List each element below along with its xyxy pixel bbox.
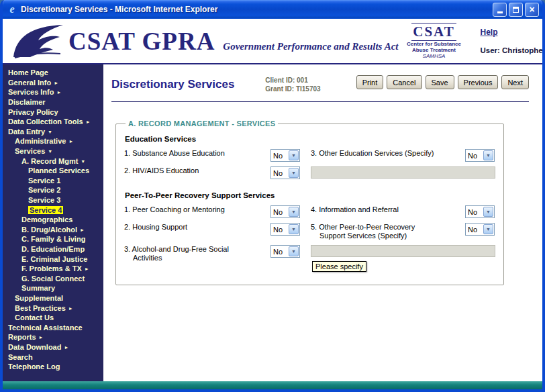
sidebar-item-contact-us[interactable]: Contact Us (3, 313, 103, 323)
sidebar-item-f-problems-tx[interactable]: F. Problems & TX► (3, 264, 103, 274)
sidebar-item-e-criminal-justice[interactable]: E. Criminal Justice (3, 254, 103, 264)
form-row: 2. Housing Support No ▼ 5. Other Peer-to… (124, 223, 495, 240)
browser-window: e Discretionary Services - Microsoft Int… (0, 0, 545, 392)
csat-logo-name: Center for Substance (398, 41, 469, 47)
sidebar-item-disclaimer[interactable]: Disclaimer (3, 97, 103, 107)
information-referral-select[interactable]: No ▼ (465, 205, 495, 218)
hiv-aids-education-label: 2. HIV/AIDS Education (124, 166, 270, 175)
toolbar: Print Cancel Save Previous Next (356, 72, 529, 89)
sidebar-item-label: General Info (8, 79, 51, 87)
chevron-right-icon: ► (80, 228, 85, 232)
maximize-button[interactable] (509, 3, 523, 17)
sidebar-item-best-practices[interactable]: Best Practices► (3, 303, 103, 313)
brand: CSAT GPRA Government Performance and Res… (68, 27, 398, 56)
sidebar-item-label: C. Family & Living (21, 235, 85, 243)
sidebar-item-b-drug-alcohol[interactable]: B. Drug/Alcohol► (3, 225, 103, 235)
sidebar-item-technical-assistance[interactable]: Technical Assistance (3, 322, 103, 332)
sidebar-item-services-info[interactable]: Services Info► (3, 87, 103, 97)
sidebar-item-general-info[interactable]: General Info► (3, 78, 103, 88)
sidebar-item-search[interactable]: Search (3, 352, 103, 362)
sidebar-item-label: E. Criminal Justice (21, 255, 87, 263)
form-row: 1. Substance Abuse Education No ▼ 3. Oth… (124, 149, 495, 162)
sidebar-item-reports[interactable]: Reports► (3, 332, 103, 342)
sidebar-item-data-entry[interactable]: Data Entry▼ (3, 127, 103, 137)
sidebar-item-label: Service 3 (28, 196, 60, 204)
close-button[interactable]: × (525, 3, 539, 17)
user-label: User: Christopher Shumway (480, 46, 545, 54)
sidebar-item-label: F. Problems & TX (21, 264, 82, 273)
substance-abuse-education-select[interactable]: No ▼ (270, 149, 300, 162)
housing-support-select[interactable]: No ▼ (270, 223, 300, 236)
sidebar-item-demographics[interactable]: Demographics (3, 215, 103, 225)
other-peer-specify-area: Please specify (311, 245, 495, 272)
sidebar-item-label: A. Record Mgmt (21, 157, 78, 165)
print-button[interactable]: Print (356, 75, 384, 89)
other-peer-specify-input (311, 245, 495, 257)
internet-explorer-icon: e (6, 3, 18, 15)
app-header: CSAT GPRA Government Performance and Res… (3, 19, 542, 64)
peer-coaching-select[interactable]: No ▼ (270, 205, 300, 218)
status-bar (3, 381, 542, 389)
minimize-button[interactable] (493, 3, 507, 17)
content-row: Home PageGeneral Info►Services Info►Disc… (3, 64, 542, 381)
header-right: Help Logout User: Christopher Shumway (480, 28, 545, 54)
other-education-services-select[interactable]: No ▼ (465, 149, 495, 162)
please-specify-tooltip: Please specify (312, 261, 366, 272)
save-button[interactable]: Save (426, 75, 454, 89)
brand-title: CSAT GPRA (68, 27, 215, 56)
other-peer-recovery-label: 5. Other Peer-to-Peer Recovery Support S… (311, 223, 465, 240)
sidebar-item-label: Search (8, 353, 33, 361)
alcohol-drug-free-social-select[interactable]: No ▼ (270, 245, 300, 258)
chevron-down-icon: ▼ (483, 150, 493, 160)
main-content: Discretionary Services Client ID: 001 Gr… (103, 64, 542, 381)
sidebar-item-administrative[interactable]: Administrative► (3, 136, 103, 146)
titlebar[interactable]: e Discretionary Services - Microsoft Int… (3, 0, 542, 19)
sidebar-item-telephone-log[interactable]: Telephone Log (3, 362, 103, 372)
brand-tagline: Government Performance and Results Act (223, 41, 398, 52)
sidebar-item-summary[interactable]: Summary (3, 283, 103, 293)
sidebar-item-data-collection-tools[interactable]: Data Collection Tools► (3, 117, 103, 127)
other-education-specify-input (311, 166, 495, 179)
sidebar-item-label: Best Practices (15, 304, 66, 312)
previous-button[interactable]: Previous (458, 75, 499, 89)
chevron-right-icon: ► (54, 81, 58, 85)
sidebar-item-label: Data Download (8, 343, 61, 351)
chevron-down-icon: ▼ (289, 207, 299, 217)
sidebar-item-service-4[interactable]: Service 4 (3, 205, 103, 215)
sidebar-item-service-3[interactable]: Service 3 (3, 195, 103, 205)
housing-support-label: 2. Housing Support (124, 223, 270, 232)
sidebar-item-a-record-mgmt[interactable]: A. Record Mgmt▼ (3, 156, 103, 166)
client-grant-ids: Client ID: 001 Grant ID: TI15703 (265, 72, 320, 93)
hiv-aids-education-select[interactable]: No ▼ (270, 166, 300, 179)
sidebar-item-supplemental[interactable]: Supplemental (3, 293, 103, 303)
other-education-specify-area (311, 166, 495, 179)
chevron-down-icon: ▼ (483, 224, 493, 234)
sidebar-item-home-page[interactable]: Home Page (3, 68, 103, 78)
education-services-section: Education Services 1. Substance Abuse Ed… (124, 135, 495, 179)
form-row: 1. Peer Coaching or Mentoring No ▼ 4. In… (124, 205, 495, 218)
sidebar-item-privacy-policy[interactable]: Privacy Policy (3, 107, 103, 117)
sidebar-item-label: B. Drug/Alcohol (21, 226, 77, 234)
sidebar-item-c-family-living[interactable]: C. Family & Living (3, 234, 103, 244)
sidebar-item-label: Data Collection Tools (8, 117, 83, 126)
other-peer-recovery-select[interactable]: No ▼ (465, 223, 495, 236)
hhs-logo (8, 22, 66, 60)
sidebar-item-label: Privacy Policy (8, 108, 58, 116)
help-link[interactable]: Help (480, 28, 497, 37)
sidebar-item-data-download[interactable]: Data Download► (3, 342, 103, 352)
sidebar-item-service-2[interactable]: Service 2 (3, 185, 103, 195)
sidebar-item-label: Service 2 (28, 186, 60, 194)
cancel-button[interactable]: Cancel (387, 75, 422, 89)
sidebar-item-label: Contact Us (15, 313, 54, 322)
sidebar-item-d-education-emp[interactable]: D. Education/Emp (3, 244, 103, 254)
sidebar-item-label: Data Entry (8, 128, 45, 136)
next-button[interactable]: Next (501, 75, 529, 89)
grant-id-label: Grant ID: TI15703 (265, 85, 320, 93)
sidebar-item-planned-services[interactable]: Planned Services (3, 166, 103, 176)
form-row: 3. Alcohol-and Drug-Free Social Activiti… (124, 245, 495, 272)
sidebar-item-g-social-connect[interactable]: G. Social Connect (3, 273, 103, 283)
peer-recovery-section: Peer-To-Peer Recovery Support Services 1… (124, 191, 495, 272)
sidebar-item-service-1[interactable]: Service 1 (3, 176, 103, 186)
sidebar-item-services[interactable]: Services▼ (3, 146, 103, 156)
sidebar-nav: Home PageGeneral Info►Services Info►Disc… (3, 64, 103, 381)
